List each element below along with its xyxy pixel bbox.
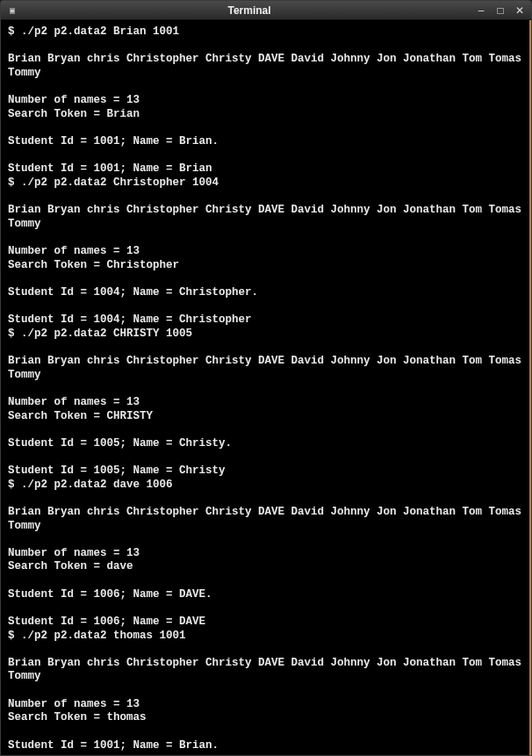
output-line: Brian Bryan chris Christopher Christy DA… (8, 657, 528, 683)
output-line: Student Id = 1001; Name = Brian (8, 162, 212, 175)
close-button[interactable]: ✕ (514, 4, 526, 17)
output-line: Search Token = CHRISTY (8, 410, 153, 422)
output-line: Student Id = 1006; Name = DAVE. (8, 588, 212, 601)
output-line: Brian Bryan chris Christopher Christy DA… (8, 355, 528, 381)
output-line: Search Token = thomas (8, 711, 147, 724)
output-line: Brian Bryan chris Christopher Christy DA… (8, 53, 528, 79)
output-line: Number of names = 13 (8, 94, 140, 106)
terminal-app-icon: ▣ (6, 4, 18, 17)
terminal-window: ▣ Terminal – □ ✕ $ ./p2 p2.data2 Brian 1… (0, 0, 532, 756)
output-line: Student Id = 1004; Name = Christopher (8, 313, 252, 326)
output-line: Brian Bryan chris Christopher Christy DA… (8, 506, 528, 532)
prompt: $ (8, 176, 21, 189)
prompt: $ (8, 479, 21, 491)
window-controls: – □ ✕ (475, 4, 526, 17)
titlebar[interactable]: ▣ Terminal – □ ✕ (1, 1, 531, 20)
output-line: Search Token = dave (8, 560, 133, 572)
output-line: Student Id = 1006; Name = DAVE (8, 616, 205, 628)
command-line: ./p2 p2.data2 Brian 1001 (21, 25, 179, 38)
output-line: Brian Bryan chris Christopher Christy DA… (8, 204, 528, 230)
output-line: Student Id = 1001; Name = Brian. (8, 135, 219, 148)
output-line: Search Token = Christopher (8, 259, 179, 271)
output-line: Student Id = 1004; Name = Christopher. (8, 286, 258, 299)
output-line: Number of names = 13 (8, 698, 140, 710)
prompt: $ (8, 630, 21, 642)
output-line: Search Token = Brian (8, 108, 140, 120)
command-line: ./p2 p2.data2 dave 1006 (21, 479, 173, 491)
maximize-button[interactable]: □ (494, 4, 507, 17)
command-line: ./p2 p2.data2 CHRISTY 1005 (21, 328, 192, 340)
window-title: Terminal (24, 4, 475, 17)
prompt: $ (8, 328, 21, 340)
output-line: Number of names = 13 (8, 547, 140, 559)
prompt: $ (8, 25, 21, 38)
terminal-output[interactable]: $ ./p2 p2.data2 Brian 1001 Brian Bryan c… (1, 20, 531, 755)
output-line: Number of names = 13 (8, 245, 140, 257)
minimize-button[interactable]: – (475, 4, 487, 17)
output-line: Student Id = 1005; Name = Christy. (8, 437, 232, 450)
output-line: Student Id = 1005; Name = Christy (8, 464, 226, 477)
command-line: ./p2 p2.data2 thomas 1001 (21, 630, 186, 642)
output-line: Student Id = 1001; Name = Brian. (8, 739, 219, 752)
command-line: ./p2 p2.data2 Christopher 1004 (21, 176, 219, 189)
output-line: Number of names = 13 (8, 396, 140, 408)
